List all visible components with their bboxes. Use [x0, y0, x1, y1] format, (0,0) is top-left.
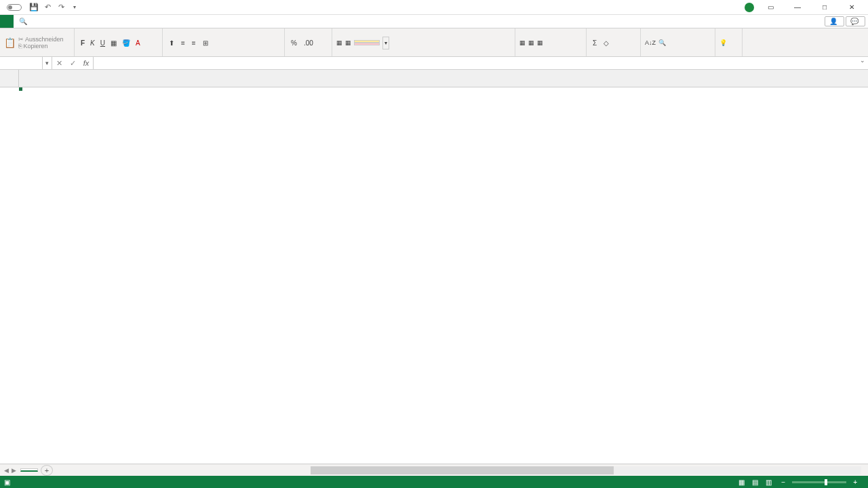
maximize-button[interactable]: □ — [814, 1, 835, 14]
style-schlecht[interactable] — [354, 43, 380, 45]
underline-button[interactable]: U — [98, 39, 107, 47]
sheet-nav-next-icon[interactable]: ▶ — [12, 467, 16, 474]
formula-expand-icon[interactable]: ⌄ — [857, 57, 868, 69]
sheet-tab-bar: ◀ ▶ + — [0, 464, 868, 476]
group-clipboard-label — [4, 56, 70, 56]
comment-icon: 💬 — [850, 18, 859, 25]
paste-icon: 📋 — [4, 37, 16, 48]
styles-more-button[interactable]: ▾ — [382, 37, 389, 49]
cut-button[interactable]: ✂ Ausschneiden — [18, 36, 64, 43]
fill-color-button[interactable]: 🪣 — [120, 39, 132, 47]
merge-button[interactable]: ⊞ — [201, 39, 212, 47]
align-top-button[interactable]: ⬆ — [167, 39, 176, 47]
share-button[interactable]: 👤 — [825, 16, 844, 26]
format-icon: ▦ — [537, 39, 543, 46]
zoom-out-button[interactable]: − — [781, 479, 785, 486]
search-icon: 🔍 — [19, 18, 27, 25]
group-number-label — [289, 56, 328, 56]
merge-icon: ⊞ — [203, 39, 208, 47]
group-editing-label — [591, 56, 636, 56]
copy-button[interactable]: ⎘ Kopieren — [18, 43, 64, 49]
formula-input[interactable] — [94, 57, 857, 69]
cancel-formula-icon[interactable]: ✕ — [52, 59, 66, 68]
horizontal-scrollbar[interactable] — [311, 466, 861, 474]
autosave-toggle-area[interactable] — [0, 4, 26, 11]
name-box[interactable] — [0, 57, 43, 69]
delete-icon: ▦ — [528, 39, 534, 46]
sheet-nav-prev-icon[interactable]: ◀ — [4, 467, 9, 474]
redo-icon[interactable]: ↷ — [57, 3, 65, 12]
ideas-icon: 💡 — [719, 39, 727, 46]
user-avatar[interactable] — [745, 3, 754, 12]
fx-icon[interactable]: fx — [79, 59, 93, 67]
conditional-formatting-button[interactable]: ▦ — [336, 39, 342, 46]
normal-view-icon[interactable]: ▦ — [735, 477, 747, 487]
autosave-toggle[interactable] — [7, 4, 22, 11]
enter-formula-icon[interactable]: ✓ — [66, 59, 79, 68]
customize-qat-icon[interactable]: ▾ — [71, 3, 79, 12]
group-cells-label — [519, 56, 582, 56]
selection-indicator — [19, 87, 22, 90]
group-ideas-label — [719, 56, 738, 56]
add-sheet-button[interactable]: + — [41, 465, 53, 476]
font-color-button[interactable]: A — [134, 39, 142, 47]
cells-area[interactable] — [19, 87, 868, 464]
border-button[interactable]: ▦ — [108, 39, 119, 47]
undo-icon[interactable]: ↶ — [43, 3, 52, 12]
close-button[interactable]: ✕ — [841, 1, 863, 14]
zoom-in-button[interactable]: + — [853, 479, 857, 486]
align-left-button[interactable]: ≡ — [190, 39, 198, 47]
autosum-button[interactable]: Σ — [591, 39, 599, 47]
column-headers — [19, 70, 868, 87]
align-middle-button[interactable]: ≡ — [179, 39, 187, 47]
group-alignment-label — [167, 56, 280, 56]
select-all-corner[interactable] — [0, 70, 19, 87]
currency-button[interactable]: % — [289, 39, 299, 47]
decimal-increase-button[interactable]: .00 — [302, 39, 315, 47]
sort-filter-button[interactable]: A↓Z — [645, 39, 656, 46]
table-icon: ▦ — [345, 39, 351, 46]
minimize-button[interactable]: — — [787, 1, 808, 14]
record-macro-icon[interactable]: ▣ — [4, 479, 10, 486]
group-styles-label — [336, 56, 511, 56]
spreadsheet-grid — [0, 70, 868, 464]
find-select-button[interactable]: 🔍 — [658, 39, 666, 46]
share-icon: 👤 — [829, 18, 837, 25]
search-box[interactable]: 🔍 — [14, 15, 35, 28]
find-icon: 🔍 — [658, 39, 666, 46]
condfmt-icon: ▦ — [336, 39, 342, 46]
format-cells-button[interactable]: ▦ — [537, 39, 543, 46]
quick-access-toolbar: 💾 ↶ ↷ ▾ — [26, 3, 83, 12]
insert-icon: ▦ — [519, 39, 526, 46]
italic-button[interactable]: K — [88, 39, 97, 47]
save-icon[interactable]: 💾 — [30, 3, 38, 12]
ideas-button[interactable]: 💡 — [719, 39, 727, 46]
page-layout-view-icon[interactable]: ▤ — [749, 477, 761, 487]
clear-button[interactable]: ◇ — [601, 39, 612, 47]
group-font-label — [79, 56, 158, 56]
scroll-thumb[interactable] — [311, 466, 614, 474]
page-break-view-icon[interactable]: ▥ — [762, 477, 774, 487]
ribbon: 📋 ✂ Ausschneiden ⎘ Kopieren F K U ▦ 🪣 A … — [0, 28, 868, 57]
format-as-table-button[interactable]: ▦ — [345, 39, 351, 46]
ribbon-tabs: 🔍 👤 💬 — [0, 15, 868, 28]
name-box-dropdown[interactable]: ▾ — [43, 57, 52, 69]
insert-cells-button[interactable]: ▦ — [519, 39, 526, 46]
status-bar: ▣ ▦ ▤ ▥ − + — [0, 476, 868, 488]
sort-icon: A↓Z — [645, 39, 656, 46]
formula-bar: ▾ ✕ ✓ fx ⌄ — [0, 57, 868, 70]
paste-button[interactable]: 📋 — [4, 37, 16, 48]
tab-file[interactable] — [0, 15, 14, 28]
delete-cells-button[interactable]: ▦ — [528, 39, 534, 46]
sheet-tab-rohdaten[interactable] — [20, 468, 38, 472]
bold-button[interactable]: F — [79, 39, 87, 47]
ribbon-display-icon[interactable]: ▭ — [760, 1, 781, 14]
zoom-slider[interactable] — [792, 481, 846, 483]
comments-button[interactable]: 💬 — [846, 16, 865, 26]
title-bar: 💾 ↶ ↷ ▾ ▭ — □ ✕ — [0, 0, 868, 15]
